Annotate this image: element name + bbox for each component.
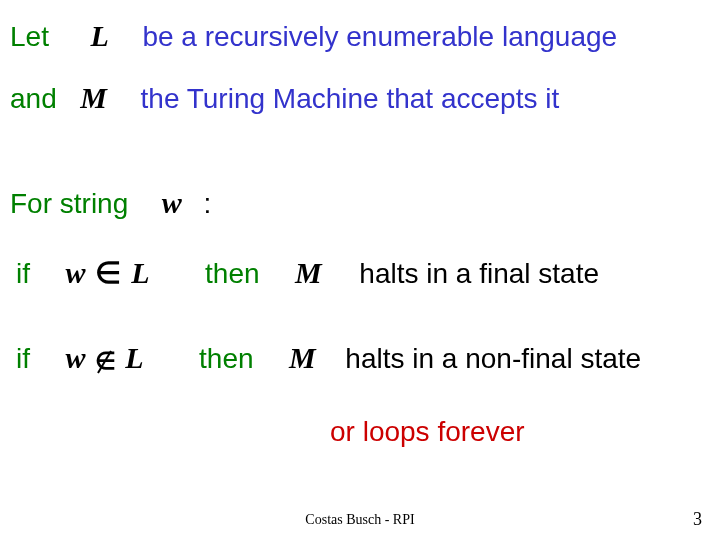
for-string-label: For string <box>10 188 128 219</box>
line-case1: if w ∈ L then M halts in a final state <box>16 255 599 291</box>
slide: Let L be a recursively enumerable langua… <box>0 0 720 540</box>
then-1: then <box>205 258 260 289</box>
or-loops-forever: or loops forever <box>330 416 525 447</box>
line-let: Let L be a recursively enumerable langua… <box>10 18 617 54</box>
line-case2: if w ∈ L then M halts in a non-final sta… <box>16 340 641 377</box>
case1-M: M <box>295 256 322 289</box>
page-number: 3 <box>693 509 702 530</box>
line-for-string: For string w : <box>10 185 211 221</box>
and-rest: the Turing Machine that accepts it <box>141 83 560 114</box>
footer-author: Costas Busch - RPI <box>0 512 720 528</box>
let-word: Let <box>10 21 49 52</box>
if-2: if <box>16 343 30 374</box>
then-2: then <box>199 343 254 374</box>
case1-w: w <box>66 256 86 289</box>
let-rest: be a recursively enumerable language <box>142 21 617 52</box>
line-and: and M the Turing Machine that accepts it <box>10 80 559 116</box>
and-word: and <box>10 83 57 114</box>
if-1: if <box>16 258 30 289</box>
case1-result: halts in a final state <box>359 258 599 289</box>
notin-icon: ∈ <box>95 349 115 375</box>
line-or-loops: or loops forever <box>330 415 525 449</box>
symbol-M: M <box>80 81 107 114</box>
in-symbol: ∈ <box>93 256 123 289</box>
symbol-w: w <box>162 186 182 219</box>
case2-L: L <box>125 341 143 374</box>
case2-M: M <box>289 341 316 374</box>
notin-symbol: ∈ <box>93 344 117 378</box>
symbol-L: L <box>91 19 109 52</box>
case2-w: w <box>66 341 86 374</box>
case1-L: L <box>131 256 149 289</box>
colon: : <box>203 188 211 219</box>
case2-result: halts in a non-final state <box>345 343 641 374</box>
